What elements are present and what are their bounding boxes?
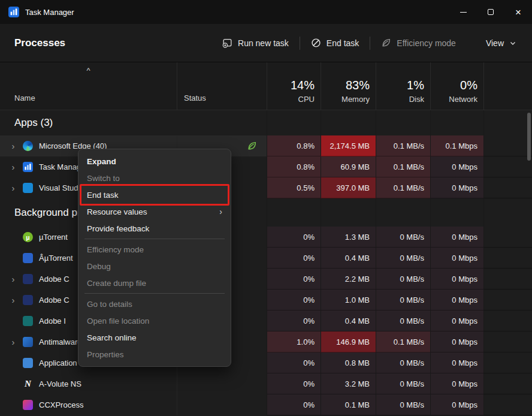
- apps-section-label: Apps (3): [0, 110, 267, 135]
- menu-item-open-file-location[interactable]: Open file location: [78, 312, 231, 329]
- disk-column-label: Disk: [409, 95, 424, 104]
- task-manager-logo-icon: [8, 7, 19, 17]
- menu-item-efficiency-mode[interactable]: Efficiency mode: [78, 241, 231, 258]
- memory-cell: 146.9 MB: [321, 331, 376, 352]
- ccxprocess-app-icon: [23, 400, 33, 410]
- disk-cell: 0 MB/s: [376, 269, 430, 290]
- disk-cell: 0 MB/s: [376, 248, 430, 269]
- menu-item-resource-values[interactable]: Resource values ›: [78, 203, 231, 220]
- window-controls: ×: [449, 0, 532, 24]
- run-new-task-button[interactable]: Run new task: [215, 33, 296, 53]
- menu-item-search-online[interactable]: Search online: [78, 329, 231, 346]
- network-cell: 0 Mbps: [430, 156, 483, 177]
- network-cell: 0.1 Mbps: [430, 135, 483, 156]
- menu-item-resource-values-label: Resource values: [87, 207, 147, 216]
- close-button[interactable]: ×: [504, 0, 532, 24]
- menu-item-properties[interactable]: Properties: [78, 346, 231, 363]
- end-task-label: End task: [327, 38, 359, 48]
- view-button[interactable]: View: [479, 34, 524, 53]
- memory-cell: 0.4 MB: [321, 311, 376, 331]
- disk-cell: 0.1 MB/s: [376, 156, 430, 177]
- cpu-cell: 0%: [267, 269, 321, 290]
- memory-cell: 1.0 MB: [321, 290, 376, 311]
- expand-chevron-icon[interactable]: ›: [8, 141, 18, 151]
- expand-chevron-icon[interactable]: ›: [8, 274, 18, 284]
- process-name: A-Volute NS: [39, 379, 81, 388]
- disk-cell: 0 MB/s: [376, 373, 430, 394]
- menu-item-go-to-details[interactable]: Go to details: [78, 296, 231, 312]
- scrollbar-thumb[interactable]: [527, 113, 531, 161]
- section-cell: [483, 198, 532, 227]
- row-gutter: [483, 373, 532, 394]
- submenu-chevron-icon: ›: [219, 207, 222, 216]
- menu-item-end-task[interactable]: End task: [78, 186, 231, 203]
- view-label: View: [486, 38, 504, 48]
- expand-chevron-icon[interactable]: ›: [8, 183, 18, 193]
- disk-cell: 0 MB/s: [376, 290, 430, 311]
- cpu-cell: 0.5%: [267, 177, 321, 198]
- cpu-column-label: CPU: [298, 95, 315, 104]
- network-cell: 0 Mbps: [430, 311, 483, 331]
- network-cell: 0 Mbps: [430, 269, 483, 290]
- process-row[interactable]: CCXProcess 0% 0.1 MB 0 MB/s 0 Mbps: [0, 394, 532, 415]
- expand-chevron-icon[interactable]: ›: [8, 337, 18, 347]
- row-gutter: [483, 331, 532, 352]
- menu-item-create-dump-file[interactable]: Create dump file: [78, 275, 231, 291]
- end-task-icon: [311, 38, 321, 48]
- column-header-network[interactable]: 0% Network: [430, 62, 483, 110]
- section-cell: [267, 198, 321, 227]
- process-name-cell: CCXProcess: [0, 394, 177, 415]
- column-header-cpu[interactable]: 14% CPU: [267, 62, 321, 110]
- menu-item-switch-to[interactable]: Switch to: [78, 170, 231, 186]
- adobe-app-icon: [23, 274, 33, 284]
- network-cell: 0 Mbps: [430, 290, 483, 311]
- status-cell: [177, 373, 267, 394]
- cpu-cell: 0%: [267, 394, 321, 415]
- efficiency-mode-button[interactable]: Efficiency mode: [374, 33, 463, 53]
- process-name: Adobe C: [39, 296, 69, 305]
- disk-cell: 0.1 MB/s: [376, 177, 430, 198]
- network-cell: 0 Mbps: [430, 177, 483, 198]
- column-header-disk[interactable]: 1% Disk: [376, 62, 430, 110]
- status-column-label: Status: [184, 94, 206, 103]
- network-cell: 0 Mbps: [430, 227, 483, 248]
- network-column-label: Network: [449, 95, 477, 104]
- column-header-status[interactable]: Status: [177, 62, 267, 110]
- minimize-button[interactable]: [449, 0, 477, 24]
- table-header: ^ Name Status 14% CPU 83% Memory 1% Disk…: [0, 62, 532, 110]
- cpu-total-percent: 14%: [291, 79, 315, 92]
- row-gutter: [483, 290, 532, 311]
- row-gutter: [483, 135, 532, 156]
- cpu-cell: 0%: [267, 352, 321, 373]
- efficiency-leaf-icon: [247, 141, 257, 151]
- adobe-app-icon: [23, 295, 33, 305]
- menu-item-expand[interactable]: Expand: [78, 153, 231, 170]
- process-name: µTorrent: [39, 233, 68, 242]
- page-title: Processes: [14, 37, 65, 49]
- column-header-memory[interactable]: 83% Memory: [321, 62, 376, 110]
- memory-cell: 60.9 MB: [321, 156, 376, 177]
- maximize-button[interactable]: [477, 0, 504, 24]
- cpu-cell: 1.0%: [267, 331, 321, 352]
- section-header-apps[interactable]: Apps (3): [0, 110, 532, 135]
- chevron-down-icon: [509, 40, 516, 47]
- expand-chevron-icon[interactable]: ›: [8, 162, 18, 172]
- section-cell: [267, 110, 321, 135]
- expand-chevron-icon[interactable]: ›: [8, 295, 18, 305]
- network-cell: 0 Mbps: [430, 394, 483, 415]
- cpu-cell: 0.8%: [267, 156, 321, 177]
- end-task-button[interactable]: End task: [304, 33, 366, 53]
- row-gutter: [483, 269, 532, 290]
- maximize-icon: [488, 9, 494, 15]
- cpu-cell: 0%: [267, 290, 321, 311]
- memory-cell: 1.3 MB: [321, 227, 376, 248]
- process-name-cell: N A-Volute NS: [0, 373, 177, 394]
- menu-item-debug[interactable]: Debug: [78, 258, 231, 275]
- toolbar-actions: Run new task End task Efficiency mode Vi…: [215, 33, 524, 53]
- process-row[interactable]: N A-Volute NS 0% 3.2 MB 0 MB/s 0 Mbps: [0, 373, 532, 394]
- close-icon: ×: [515, 7, 521, 17]
- column-header-name[interactable]: ^ Name: [0, 62, 177, 110]
- disk-cell: 0.1 MB/s: [376, 331, 430, 352]
- menu-item-provide-feedback[interactable]: Provide feedback: [78, 220, 231, 237]
- memory-total-percent: 83%: [346, 79, 370, 92]
